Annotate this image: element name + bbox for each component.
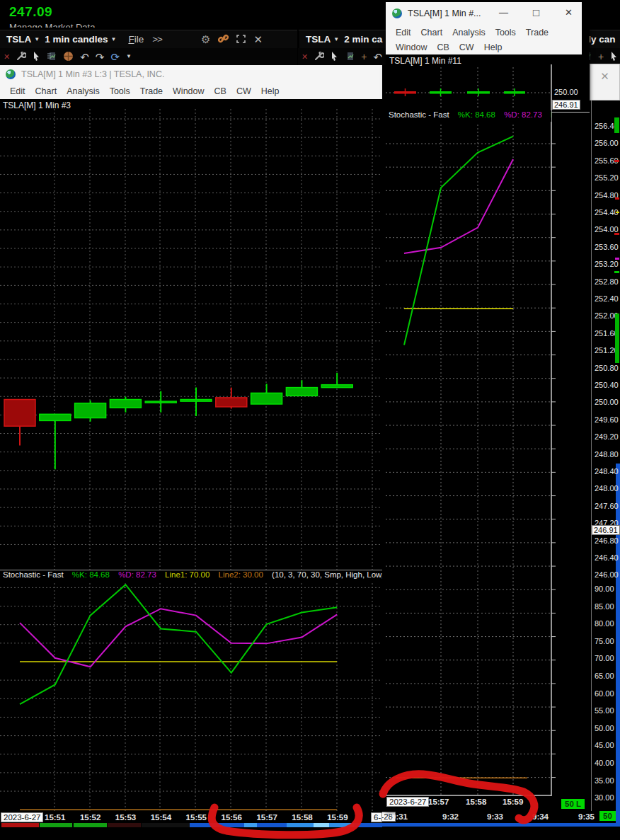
chart-settings-icon[interactable] (345, 52, 355, 62)
menu-item-analysis[interactable]: Analysis (67, 86, 100, 96)
price-axis-label: 250.40 (595, 381, 619, 389)
chevron-down-icon[interactable]: ▼ (333, 36, 339, 42)
close-icon[interactable]: ✕ (253, 33, 263, 46)
edge-candle-mark (615, 258, 619, 260)
cursor-icon[interactable] (331, 52, 338, 62)
price-axis-label: 256.00 (595, 139, 619, 147)
d-value: %D: 82.73 (118, 570, 156, 579)
time-label: 9:32 (442, 812, 459, 821)
menu-item-trade[interactable]: Trade (526, 28, 549, 38)
link-icon[interactable] (218, 33, 229, 45)
wrench-icon[interactable] (314, 52, 324, 62)
timeframe-selector[interactable]: 1 min candles (45, 34, 108, 45)
indicator-name[interactable]: Stochastic - Fast (3, 570, 64, 579)
overflow-chevron-icon[interactable]: >> (152, 34, 162, 45)
maximize-button[interactable]: □ (533, 6, 539, 18)
cursor-icon[interactable] (610, 52, 618, 62)
time-label: 15:53 (115, 813, 136, 822)
fullscreen-icon[interactable] (236, 33, 246, 45)
right-volume-badge: 50 L (561, 799, 585, 809)
menu-item-window[interactable]: Window (173, 86, 204, 96)
wrench-icon[interactable] (16, 52, 26, 62)
refresh-icon[interactable]: ⟳ (110, 52, 120, 62)
price-axis-label: 246.00 (595, 570, 619, 579)
menu-item-chart[interactable]: Chart (421, 28, 443, 38)
candle-body (394, 91, 416, 94)
menu-item-edit[interactable]: Edit (10, 86, 25, 96)
right-time-axis[interactable]: 2023-6-27 15:57 15:58 15:59 (386, 796, 590, 808)
menu-item-cb[interactable]: CB (214, 86, 226, 96)
indicator-name[interactable]: Stochastic - Fast (389, 110, 449, 119)
clipped-text: Manage Market Data (9, 22, 193, 28)
gear-icon[interactable]: ⚙ (201, 33, 210, 46)
price-axis-label: 247.60 (595, 502, 619, 510)
symbol-selector[interactable]: TSLA (306, 34, 331, 45)
time-label: 15:54 (151, 813, 171, 822)
edge-candle-mark (614, 271, 619, 273)
symbol-selector[interactable]: TSLA (6, 34, 31, 45)
menu-item-cw[interactable]: CW (236, 86, 251, 96)
stoch-axis-label: 55.00 (595, 706, 614, 715)
right-chart-canvas[interactable] (386, 54, 590, 812)
blue-border-segment (382, 823, 620, 827)
price-axis-label: 250.00 (595, 398, 619, 406)
close-button[interactable]: ✕ (565, 7, 573, 18)
menu-item-cb[interactable]: CB (437, 42, 449, 52)
bg-time-axis[interactable]: 6-28 9:31 9:32 9:33 9:34 9:35 (374, 811, 620, 823)
menu-item-tools[interactable]: Tools (495, 28, 516, 38)
delete-icon[interactable]: ✕ (4, 53, 10, 61)
menu-item-help[interactable]: Help (484, 42, 503, 52)
main-time-axis[interactable]: 2023-6-27 6-28 15:5115:5215:5315:5415:55… (0, 812, 382, 823)
timeframe-selector-partial[interactable]: 2 min ca (344, 34, 382, 45)
k-value: %K: 84.68 (72, 570, 110, 579)
stochastic-header: Stochastic - Fast %K: 84.68 %D: 82.73 Li… (0, 570, 382, 582)
app-globe-icon (392, 8, 402, 18)
menu-item-chart[interactable]: Chart (35, 86, 57, 96)
menu-item-edit[interactable]: Edit (396, 28, 411, 38)
menu-item-window[interactable]: Window (396, 42, 427, 52)
window-title: TSLA[M] 1 Min #... (408, 8, 481, 18)
cursor-icon[interactable] (33, 52, 40, 62)
crosshair-icon[interactable] (63, 51, 74, 63)
strip-segment (314, 823, 329, 827)
main-window-menu-bar: EditChartAnalysisToolsTradeWindowCBCWHel… (0, 83, 382, 99)
chevron-down-icon[interactable]: ▼ (34, 36, 40, 42)
main-date-box: 2023-6-27 (1, 812, 43, 822)
stoch-%K (20, 585, 337, 704)
minimize-button[interactable]: — (499, 7, 508, 18)
right-window-title-bar[interactable]: TSLA[M] 1 Min #... — □ ✕ (386, 2, 582, 25)
chevron-down-icon[interactable]: ▼ (126, 54, 132, 59)
stoch-axis-label: 90.00 (595, 585, 614, 593)
edge-candle-mark (616, 212, 619, 213)
undo-icon[interactable]: ↶ (80, 52, 89, 62)
time-label: 15:58 (466, 798, 486, 806)
time-label: 9:35 (578, 812, 595, 821)
stoch-axis-label: 80.00 (595, 619, 614, 628)
price-axis-label: 254.40 (595, 208, 619, 217)
close-icon[interactable]: ✕ (600, 70, 609, 82)
stoch-axis-label: 65.00 (595, 672, 614, 680)
strip-segment (244, 823, 257, 827)
right-window-menu-row1: EditChartAnalysisToolsTrade (386, 25, 582, 40)
edge-candle-mark (614, 233, 619, 235)
time-label: 15:51 (45, 813, 65, 822)
redo-icon[interactable]: ↷ (96, 52, 105, 62)
time-label: 15:55 (186, 813, 207, 822)
undo-icon[interactable]: ↶ (373, 52, 382, 62)
delete-icon[interactable]: ✕ (302, 53, 308, 61)
menu-item-help[interactable]: Help (261, 86, 280, 96)
crosshair-plus-icon[interactable]: + (361, 52, 367, 62)
menu-item-analysis[interactable]: Analysis (452, 28, 486, 38)
main-chart-window: TSLA[M] 1 Min #3 L:3 | TESLA, INC. EditC… (0, 65, 382, 823)
chart-settings-icon[interactable] (47, 52, 57, 62)
d-value: %D: 82.73 (504, 110, 542, 119)
menu-item-tools[interactable]: Tools (110, 86, 130, 96)
main-chart-canvas[interactable] (0, 99, 382, 812)
main-window-title-bar[interactable]: TSLA[M] 1 Min #3 L:3 | TESLA, INC. (0, 65, 382, 83)
file-menu[interactable]: File (128, 34, 144, 45)
crosshair-plus-icon[interactable]: + (598, 52, 604, 62)
chevron-down-icon[interactable]: ▼ (110, 36, 116, 42)
menu-item-trade[interactable]: Trade (140, 86, 163, 96)
time-label: 15:59 (327, 813, 348, 822)
menu-item-cw[interactable]: CW (459, 42, 474, 52)
